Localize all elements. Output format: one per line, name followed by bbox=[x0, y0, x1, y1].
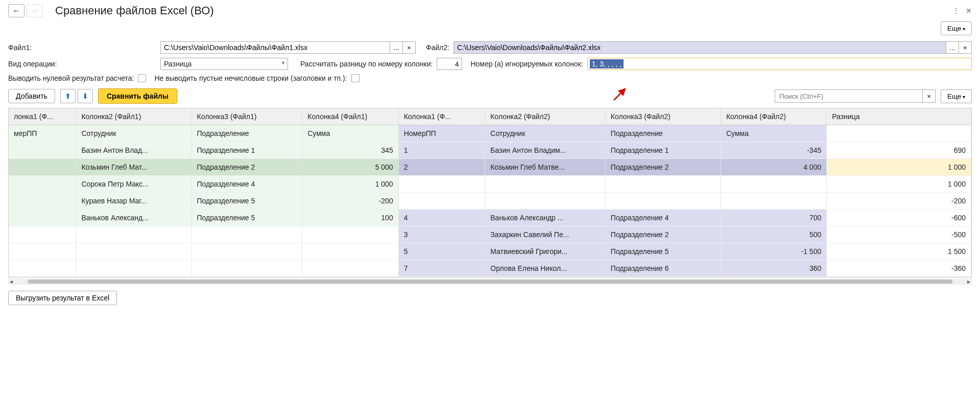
more-button-toolbar[interactable]: Еще bbox=[941, 89, 972, 103]
cell-a1[interactable] bbox=[9, 159, 76, 176]
cell-a4[interactable] bbox=[302, 260, 398, 277]
cell-a1[interactable] bbox=[9, 176, 76, 193]
export-excel-button[interactable]: Выгрузить результат в Excel bbox=[8, 291, 117, 305]
cell-a4[interactable] bbox=[302, 243, 398, 260]
cell-a1[interactable] bbox=[9, 260, 76, 277]
cell-b4[interactable] bbox=[721, 176, 826, 193]
cell-a1[interactable] bbox=[9, 243, 76, 260]
cell-a3[interactable] bbox=[192, 243, 302, 260]
cell-a4[interactable] bbox=[302, 226, 398, 243]
file2-input[interactable] bbox=[453, 41, 946, 54]
cell-b1[interactable]: 4 bbox=[398, 210, 485, 226]
cell-b2[interactable]: Козьмин Глеб Матве... bbox=[485, 159, 606, 176]
table-row[interactable]: Козьмин Глеб Мат...Подразделение 25 0002… bbox=[9, 159, 971, 176]
cell-a2[interactable]: Козьмин Глеб Мат... bbox=[76, 159, 192, 176]
cell-b1[interactable] bbox=[398, 176, 485, 193]
cell-a2[interactable] bbox=[76, 226, 192, 243]
table-row[interactable]: Ваньков Александ...Подразделение 51004Ва… bbox=[9, 210, 971, 226]
cell-b2[interactable]: Матвиевский Григори... bbox=[485, 243, 606, 260]
cell-a3[interactable]: Подразделение 5 bbox=[192, 210, 302, 226]
cell-a1[interactable]: мерПП bbox=[9, 125, 76, 142]
cell-a3[interactable]: Подразделение 5 bbox=[192, 193, 302, 210]
horizontal-scrollbar[interactable]: ◀ ▶ bbox=[8, 279, 972, 285]
table-row[interactable]: Базин Антон Влад...Подразделение 13451Ба… bbox=[9, 142, 971, 159]
col-header[interactable]: Разница bbox=[827, 108, 971, 125]
move-up-button[interactable]: ⬆ bbox=[60, 89, 76, 103]
cell-a4[interactable]: -200 bbox=[302, 193, 398, 210]
search-input[interactable] bbox=[775, 89, 923, 103]
cell-b3[interactable]: Подразделение 4 bbox=[605, 210, 721, 226]
col-header[interactable]: лонка1 (Ф... bbox=[9, 108, 76, 125]
cell-a4[interactable]: 100 bbox=[302, 210, 398, 226]
cell-a2[interactable]: Кураев Назар Маг... bbox=[76, 193, 192, 210]
cell-a2[interactable] bbox=[76, 260, 192, 277]
cell-a1[interactable] bbox=[9, 226, 76, 243]
cell-diff[interactable]: -200 bbox=[827, 193, 971, 210]
cell-a4[interactable]: 345 bbox=[302, 142, 398, 159]
ignore-columns-input[interactable]: 1, 3, , , , , bbox=[587, 58, 972, 70]
cell-diff[interactable]: 690 bbox=[827, 142, 971, 159]
cell-b4[interactable]: 360 bbox=[721, 260, 826, 277]
col-header[interactable]: Колонка3 (Файл1) bbox=[192, 108, 302, 125]
cell-a3[interactable]: Подразделение 1 bbox=[192, 142, 302, 159]
col-header[interactable]: Колонка2 (Файл2) bbox=[485, 108, 606, 125]
cell-diff[interactable]: 1 500 bbox=[827, 243, 971, 260]
file1-clear-button[interactable]: × bbox=[402, 41, 416, 54]
cell-b1[interactable] bbox=[398, 193, 485, 210]
file2-clear-button[interactable]: × bbox=[959, 41, 972, 54]
cell-b4[interactable]: -1 500 bbox=[721, 243, 826, 260]
more-button-top[interactable]: Еще bbox=[941, 21, 972, 35]
cell-a2[interactable]: Ваньков Александ... bbox=[76, 210, 192, 226]
cell-b1[interactable]: 1 bbox=[398, 142, 485, 159]
cell-a1[interactable] bbox=[9, 193, 76, 210]
cell-b2[interactable] bbox=[485, 193, 606, 210]
col-header[interactable]: Колонка2 (Файл1) bbox=[76, 108, 192, 125]
cell-a3[interactable]: Подразделение 4 bbox=[192, 176, 302, 193]
cell-b2[interactable]: Сотрудник bbox=[485, 125, 606, 142]
scroll-right-icon[interactable]: ▶ bbox=[966, 279, 972, 285]
cell-b4[interactable]: 4 000 bbox=[721, 159, 826, 176]
cell-diff[interactable]: 1 000 bbox=[827, 176, 971, 193]
cell-b2[interactable]: Базин Антон Владим... bbox=[485, 142, 606, 159]
cell-a1[interactable] bbox=[9, 210, 76, 226]
compare-button[interactable]: Сравнить файлы bbox=[98, 88, 177, 104]
cell-a3[interactable]: Подразделение 2 bbox=[192, 159, 302, 176]
cell-a2[interactable]: Базин Антон Влад... bbox=[76, 142, 192, 159]
col-header[interactable]: Колонка1 (Ф... bbox=[398, 108, 485, 125]
table-row[interactable]: 3Захаркин Савелий Пе...Подразделение 250… bbox=[9, 226, 971, 243]
cell-b2[interactable]: Орлова Елена Никол... bbox=[485, 260, 606, 277]
cell-b2[interactable]: Ваньков Александр ... bbox=[485, 210, 606, 226]
cell-b3[interactable]: Подразделение 5 bbox=[605, 243, 721, 260]
table-row[interactable]: мерППСотрудникПодразделениеСуммаНомерППС… bbox=[9, 125, 971, 142]
cell-b4[interactable]: Сумма bbox=[721, 125, 826, 142]
cell-b3[interactable] bbox=[605, 193, 721, 210]
results-table[interactable]: лонка1 (Ф... Колонка2 (Файл1) Колонка3 (… bbox=[8, 108, 972, 278]
cell-b3[interactable]: Подразделение 1 bbox=[605, 142, 721, 159]
cell-a3[interactable] bbox=[192, 260, 302, 277]
table-row[interactable]: Кураев Назар Маг...Подразделение 5-200-2… bbox=[9, 193, 971, 210]
cell-a2[interactable]: Сорока Петр Макс... bbox=[76, 176, 192, 193]
cell-a2[interactable]: Сотрудник bbox=[76, 125, 192, 142]
cell-b1[interactable]: 2 bbox=[398, 159, 485, 176]
file1-browse-button[interactable]: ... bbox=[390, 41, 403, 54]
scroll-left-icon[interactable]: ◀ bbox=[8, 279, 14, 285]
cell-b2[interactable] bbox=[485, 176, 606, 193]
cell-a2[interactable] bbox=[76, 243, 192, 260]
cell-b3[interactable]: Подразделение 2 bbox=[605, 226, 721, 243]
close-icon[interactable]: ✕ bbox=[966, 7, 972, 15]
cell-b3[interactable] bbox=[605, 176, 721, 193]
operation-select[interactable]: Разница bbox=[160, 58, 288, 70]
calc-column-input[interactable] bbox=[437, 58, 462, 70]
cell-b4[interactable] bbox=[721, 193, 826, 210]
cell-diff[interactable] bbox=[827, 125, 971, 142]
cell-diff[interactable]: -500 bbox=[827, 226, 971, 243]
empty-rows-checkbox[interactable] bbox=[351, 74, 360, 82]
cell-diff[interactable]: -600 bbox=[827, 210, 971, 226]
nav-back-button[interactable]: ← bbox=[8, 4, 25, 17]
col-header[interactable]: Колонка3 (Файл2) bbox=[605, 108, 721, 125]
kebab-icon[interactable]: ⋮ bbox=[952, 7, 960, 15]
cell-b1[interactable]: НомерПП bbox=[398, 125, 485, 142]
cell-b3[interactable]: Подразделение bbox=[605, 125, 721, 142]
file1-input[interactable] bbox=[160, 41, 390, 54]
table-row[interactable]: Сорока Петр Макс...Подразделение 41 0001… bbox=[9, 176, 971, 193]
